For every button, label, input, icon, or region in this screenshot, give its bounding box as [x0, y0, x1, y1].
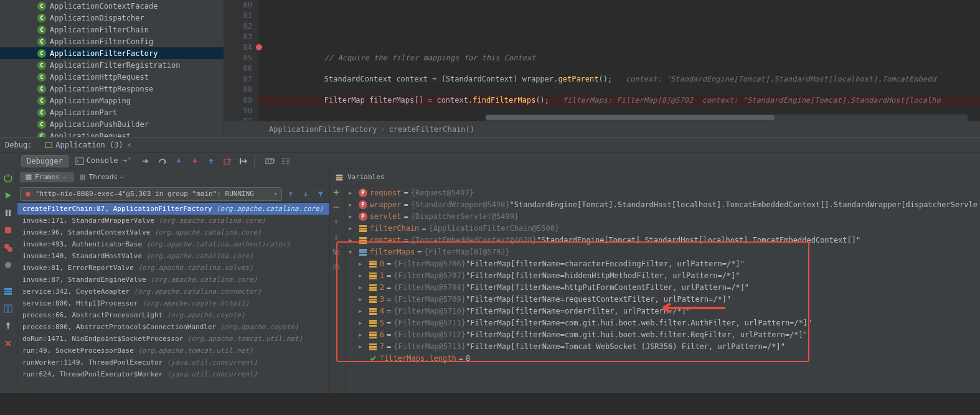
class-icon [37, 85, 46, 93]
rerun-icon[interactable] [2, 172, 14, 184]
force-step-into-icon[interactable] [188, 154, 202, 168]
breadcrumb[interactable]: ApplicationFilterFactory › createFilterC… [224, 121, 980, 137]
stack-frame[interactable]: run:624, ThreadPoolExecutor$Worker (java… [17, 368, 329, 380]
variable-row-array-item[interactable]: 4 = {FilterMap@5710} "FilterMap[filterNa… [346, 305, 980, 317]
filter-frames-icon[interactable] [314, 188, 327, 200]
tree-item[interactable]: ApplicationFilterConfig [0, 35, 224, 47]
debug-toolbar: Debugger Console →' 123 [0, 153, 980, 169]
code-area[interactable]: // Acquire the filter mappings for this … [258, 0, 980, 121]
previous-frame-icon[interactable] [285, 188, 297, 200]
variable-row-array-item[interactable]: 0 = {FilterMap@5706} "FilterMap[filterNa… [346, 258, 980, 269]
thread-selector-combo[interactable]: "http-nio-8080-exec-4"@5,303 in group "m… [20, 187, 282, 201]
step-out-icon[interactable] [204, 154, 218, 168]
add-watch-icon[interactable] [332, 188, 343, 199]
trace-icon[interactable] [279, 154, 293, 168]
pause-icon[interactable] [2, 207, 14, 219]
variable-row[interactable]: filterChain = {ApplicationFilterChain@55… [346, 222, 980, 234]
svg-rect-43 [369, 284, 377, 286]
svg-rect-52 [369, 320, 377, 322]
tree-item[interactable]: ApplicationFilterRegistration [0, 59, 224, 71]
step-over-icon[interactable] [156, 154, 169, 168]
tree-item[interactable]: ApplicationMapping [0, 95, 224, 106]
tree-item[interactable]: ApplicationHttpRequest [0, 71, 224, 83]
stack-frame[interactable]: runWorker:1149, ThreadPoolExecutor (java… [17, 357, 329, 368]
show-execution-point-icon[interactable] [139, 154, 153, 168]
breadcrumb-item[interactable]: createFilterChain() [389, 125, 474, 134]
stack-frame[interactable]: process:66, AbstractProcessorLight (org.… [17, 309, 329, 321]
svg-rect-49 [369, 308, 377, 310]
editor-gutter[interactable]: 80 81 82 83 84 85 86 87 88 89 90 91 92 [224, 0, 258, 121]
view-breakpoints-icon[interactable] [2, 241, 14, 254]
frames-tab[interactable]: Frames→' [20, 172, 74, 182]
tree-item[interactable]: ApplicationRequest [0, 130, 224, 137]
debug-config-tab[interactable]: Application (3) × [39, 138, 136, 152]
resume-icon[interactable] [2, 189, 14, 202]
variable-row-array-item[interactable]: 7 = {FilterMap@5713} "FilterMap[filterNa… [346, 340, 980, 352]
stack-frame[interactable]: invoke:171, StandardWrapperValve (org.ap… [17, 215, 329, 226]
variable-row[interactable]: context = {TomcatEmbeddedContext@4628} "… [346, 234, 980, 246]
svg-rect-51 [369, 313, 377, 315]
layout-icon[interactable] [2, 302, 14, 315]
pin-icon[interactable] [2, 320, 14, 332]
stack-frame[interactable]: invoke:87, StandardEngineValve (org.apac… [17, 274, 329, 286]
variable-row-array-item[interactable]: 2 = {FilterMap@5708} "FilterMap[filterNa… [346, 281, 980, 293]
debugger-tab[interactable]: Debugger [21, 155, 68, 167]
editor-scrollbar-horizontal[interactable] [486, 114, 968, 121]
variable-row[interactable]: Pwrapper = {StandardWrapper@5498} "Stand… [346, 198, 980, 210]
line-number-breakpoint[interactable]: 84 [224, 42, 252, 53]
show-watches-icon[interactable] [332, 263, 343, 274]
stack-frame[interactable]: createFilterChain:87, ApplicationFilterF… [17, 203, 329, 215]
variable-row-array-item[interactable]: 5 = {FilterMap@5711} "FilterMap[filterNa… [346, 317, 980, 329]
next-frame-icon[interactable] [299, 188, 312, 200]
evaluate-expression-icon[interactable]: 123 [263, 154, 276, 168]
stack-frame[interactable]: run:49, SocketProcessorBase (org.apache.… [17, 345, 329, 357]
console-tab[interactable]: Console →' [70, 154, 137, 167]
stack-frame[interactable]: invoke:140, StandardHostValve (org.apach… [17, 250, 329, 262]
close-icon[interactable] [2, 337, 14, 350]
stack-frame[interactable]: service:800, Http11Processor (org.apache… [17, 297, 329, 309]
variable-row-array-item[interactable]: 3 = {FilterMap@5709} "FilterMap[filterNa… [346, 293, 980, 305]
line-number: 90 [224, 106, 252, 116]
close-icon[interactable]: × [127, 141, 131, 149]
threads-tab[interactable]: Threads→' [74, 172, 132, 182]
variable-row-length[interactable]: filterMaps.length = 8 [346, 352, 980, 364]
variable-row-array-item[interactable]: 6 = {FilterMap@5712} "FilterMap[filterNa… [346, 329, 980, 340]
tree-item[interactable]: ApplicationPushBuilder [0, 118, 224, 130]
variable-row-filtermaps[interactable]: filterMaps = {FilterMap[8]@5702} [346, 246, 980, 258]
stack-frame[interactable]: invoke:493, AuthenticatorBase (org.apach… [17, 238, 329, 250]
move-up-icon[interactable] [332, 218, 343, 229]
settings-icon[interactable] [2, 285, 14, 297]
threads-icon [79, 174, 87, 181]
tree-item-label: ApplicationFilterFactory [50, 49, 158, 58]
variable-row-array-item[interactable]: 1 = {FilterMap@5707} "FilterMap[filterNa… [346, 269, 980, 281]
tree-item[interactable]: ApplicationContextFacade [0, 0, 224, 12]
drop-frame-icon[interactable] [220, 154, 234, 168]
stack-frame[interactable]: invoke:81, ErrorReportValve (org.apache.… [17, 262, 329, 274]
tree-item[interactable]: ApplicationFilterChain [0, 24, 224, 35]
run-to-cursor-icon[interactable] [237, 154, 250, 168]
step-into-icon[interactable] [172, 154, 186, 168]
stack-frame[interactable]: doRun:1471, NioEndpoint$SocketProcessor … [17, 333, 329, 345]
stack-frame[interactable]: service:342, CoyoteAdapter (org.apache.c… [17, 286, 329, 297]
tree-item[interactable]: ApplicationPart [0, 106, 224, 118]
svg-rect-48 [369, 301, 377, 303]
code-editor[interactable]: 80 81 82 83 84 85 86 87 88 89 90 91 92 /… [224, 0, 980, 137]
threads-tab-label: Threads [89, 173, 118, 181]
project-tree[interactable]: ApplicationContextFacade ApplicationDisp… [0, 0, 224, 137]
variable-row[interactable]: Pservlet = {DispatcherServlet@5499} [346, 210, 980, 222]
variable-row[interactable]: Prequest = {Request@5497} [346, 187, 980, 198]
remove-watch-icon[interactable] [332, 203, 343, 214]
variables-list[interactable]: Prequest = {Request@5497}Pwrapper = {Sta… [346, 185, 980, 393]
frames-list[interactable]: createFilterChain:87, ApplicationFilterF… [17, 203, 329, 393]
tree-item[interactable]: ApplicationDispatcher [0, 12, 224, 24]
breadcrumb-item[interactable]: ApplicationFilterFactory [269, 125, 377, 134]
class-icon [37, 132, 46, 138]
duplicate-watch-icon[interactable] [332, 248, 343, 259]
stop-icon[interactable] [2, 224, 14, 236]
stack-frame[interactable]: invoke:96, StandardContextValve (org.apa… [17, 226, 329, 238]
stack-frame[interactable]: process:800, AbstractProtocol$Connection… [17, 321, 329, 333]
move-down-icon[interactable] [332, 233, 343, 244]
tree-item[interactable]: ApplicationHttpResponse [0, 83, 224, 95]
tree-item-selected[interactable]: ApplicationFilterFactory [0, 47, 224, 59]
mute-breakpoints-icon[interactable] [2, 259, 14, 271]
